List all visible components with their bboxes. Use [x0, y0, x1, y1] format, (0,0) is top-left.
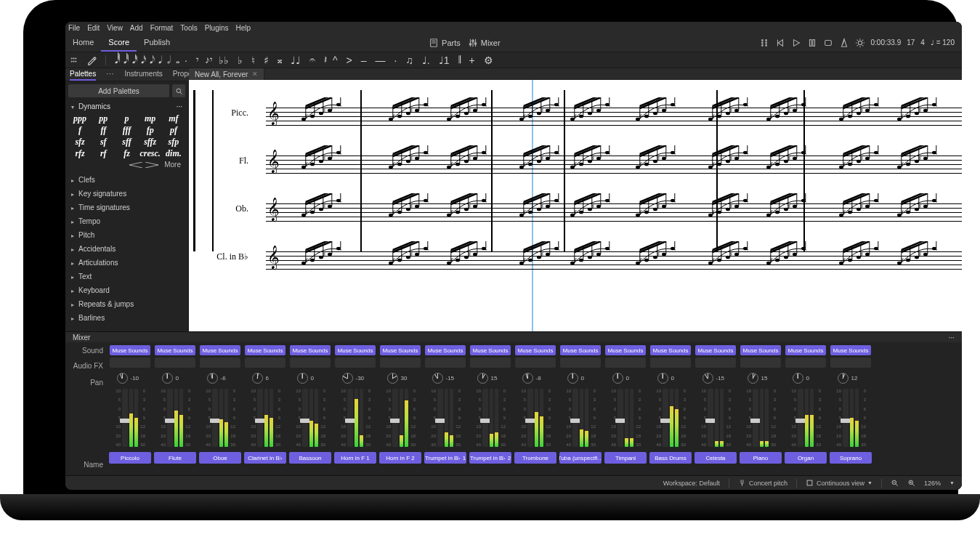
palette-category[interactable]: Key signatures [65, 187, 188, 201]
track-name[interactable]: Flute [154, 452, 196, 464]
panel-tab-instruments[interactable]: Instruments [124, 70, 162, 81]
pencil-icon[interactable] [86, 55, 97, 65]
track-name[interactable]: Trumpet in B♭ 1 [424, 452, 466, 464]
volume-fader[interactable] [617, 389, 623, 447]
menu-tools[interactable]: Tools [180, 24, 197, 32]
audio-fx-slot[interactable] [605, 358, 646, 368]
pan-knob[interactable] [207, 373, 218, 384]
pan-knob[interactable] [342, 373, 353, 384]
pan-knob[interactable] [522, 373, 533, 384]
audio-fx-slot[interactable] [695, 358, 736, 368]
menu-view[interactable]: View [107, 24, 123, 32]
volume-fader[interactable] [663, 389, 668, 447]
menu-plugins[interactable]: Plugins [205, 24, 229, 32]
menu-help[interactable]: Help [236, 24, 251, 32]
audio-fx-slot[interactable] [155, 358, 195, 368]
dynamics-more[interactable]: More [164, 161, 181, 169]
zoom-out-icon[interactable] [891, 479, 899, 487]
volume-fader[interactable] [167, 389, 173, 447]
track-name[interactable]: Piano [740, 452, 782, 464]
dynamic-sff[interactable]: sff [115, 136, 138, 148]
pan-knob[interactable] [793, 373, 803, 384]
note-tool-20[interactable]: > [346, 54, 352, 66]
note-tool-28[interactable]: + [469, 54, 475, 66]
volume-fader[interactable] [392, 389, 398, 447]
pan-knob[interactable] [477, 373, 488, 384]
note-tool-10[interactable]: ♪𝄾 [205, 54, 210, 66]
note-tool-27[interactable]: 𝄂 [458, 54, 461, 66]
pan-knob[interactable] [432, 373, 443, 384]
sound-selector[interactable]: Muse Sounds [425, 345, 466, 355]
volume-fader[interactable] [798, 389, 803, 447]
concert-pitch-toggle[interactable]: Concert pitch [738, 479, 787, 487]
track-name[interactable]: Celesta [694, 452, 737, 464]
dynamic-mf[interactable]: mf [162, 113, 185, 124]
volume-fader[interactable] [212, 389, 218, 447]
sound-selector[interactable]: Muse Sounds [785, 345, 826, 355]
dynamics-header[interactable]: Dynamics ··· [65, 100, 188, 113]
pan-knob[interactable] [748, 373, 758, 384]
note-tool-26[interactable]: ♩1 [439, 54, 450, 66]
track-name[interactable]: Piccolo [109, 452, 151, 464]
audio-fx-slot[interactable] [245, 358, 286, 368]
dynamic-fff[interactable]: fff [115, 124, 138, 136]
dynamic-sf[interactable]: sf [92, 136, 115, 148]
note-tool-8[interactable]: · [185, 54, 187, 66]
palette-category[interactable]: Accidentals [65, 242, 188, 256]
close-icon[interactable]: ✕ [252, 70, 258, 78]
menu-add[interactable]: Add [130, 24, 143, 32]
audio-fx-slot[interactable] [290, 358, 331, 368]
pan-knob[interactable] [838, 373, 849, 384]
note-tool-19[interactable]: ^ [333, 54, 338, 66]
menu-format[interactable]: Format [150, 24, 174, 32]
workspace-selector[interactable]: Workspace: Default [663, 480, 720, 487]
sound-selector[interactable]: Muse Sounds [515, 345, 556, 355]
sound-selector[interactable]: Muse Sounds [830, 345, 871, 355]
dynamic-p[interactable]: p [115, 113, 138, 124]
zoom-in-icon[interactable] [907, 479, 915, 487]
audio-fx-slot[interactable] [110, 358, 150, 368]
tab-score[interactable]: Score [101, 33, 137, 52]
dynamic-ppp[interactable]: ppp [68, 113, 92, 124]
track-name[interactable]: Bassoon [289, 452, 331, 464]
pan-knob[interactable] [657, 373, 668, 384]
palette-category[interactable]: Tempo [65, 214, 188, 228]
track-name[interactable]: Horn in F 2 [379, 452, 421, 464]
dynamic-rfz[interactable]: rfz [68, 148, 92, 159]
palette-category[interactable]: Time signatures [65, 201, 188, 214]
search-palettes-button[interactable] [172, 84, 185, 97]
add-palettes-button[interactable]: Add Palettes [68, 84, 169, 97]
track-name[interactable]: Clarinet in B♭ [244, 452, 286, 464]
score-canvas[interactable]: Picc.𝄞♯♯♯♯›♯♯♯♯♯♯›♯♯♯♯♯♯›♯♯♯♯Fl.𝄞♯♯♯♯›♯♯… [189, 80, 962, 331]
dynamic-f[interactable]: f [68, 124, 92, 136]
palette-category[interactable]: Text [65, 270, 188, 283]
audio-fx-slot[interactable] [470, 358, 511, 368]
sound-selector[interactable]: Muse Sounds [695, 345, 736, 355]
volume-fader[interactable] [257, 389, 263, 447]
dynamic-pp[interactable]: pp [92, 113, 115, 124]
palette-category[interactable]: Pitch [65, 228, 188, 242]
sound-selector[interactable]: Muse Sounds [650, 345, 691, 355]
dynamic-fp[interactable]: fp [139, 124, 162, 136]
menu-file[interactable]: File [68, 24, 80, 32]
dynamic-mp[interactable]: mp [139, 113, 162, 124]
play-icon[interactable] [791, 38, 801, 48]
grip-icon[interactable] [70, 56, 78, 64]
volume-fader[interactable] [482, 389, 488, 447]
panel-tab-palettes[interactable]: Palettes [70, 70, 96, 81]
palette-category[interactable]: Clefs [65, 173, 188, 187]
crescendo-icon[interactable] [129, 162, 158, 168]
track-name[interactable]: Trombone [514, 452, 556, 464]
volume-fader[interactable] [122, 389, 128, 447]
track-name[interactable]: Trumpet in B♭ 2 [469, 452, 511, 464]
track-name[interactable]: Tuba (unspecifi… [559, 452, 602, 464]
pan-knob[interactable] [387, 373, 398, 384]
tab-publish[interactable]: Publish [137, 33, 177, 52]
note-tool-14[interactable]: ♯ [264, 54, 269, 66]
dots-icon[interactable]: ··· [177, 102, 182, 110]
sound-selector[interactable]: Muse Sounds [605, 345, 646, 355]
dynamic-sffz[interactable]: sffz [139, 136, 162, 148]
sound-selector[interactable]: Muse Sounds [740, 345, 781, 355]
menu-edit[interactable]: Edit [87, 24, 100, 32]
volume-fader[interactable] [843, 389, 849, 447]
